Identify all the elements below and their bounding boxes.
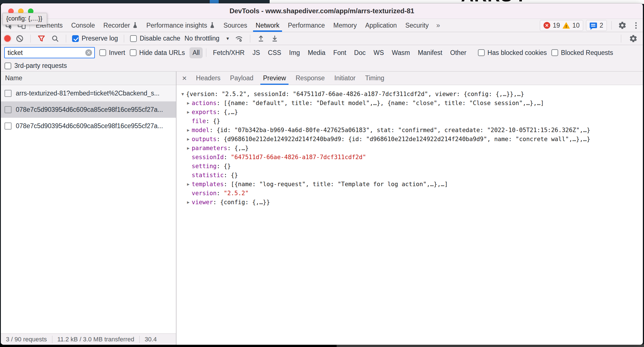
invert-checkbox[interactable] bbox=[99, 49, 106, 56]
filter-type-manifest[interactable]: Manifest bbox=[415, 47, 445, 58]
tab-performance-insights[interactable]: Performance insights bbox=[142, 19, 219, 32]
issues-button[interactable]: 2 bbox=[586, 20, 607, 31]
network-conditions-button[interactable] bbox=[234, 34, 244, 43]
tab-memory[interactable]: Memory bbox=[329, 19, 361, 32]
filter-type-font[interactable]: Font bbox=[330, 47, 349, 58]
json-line: ▶outputs: {d968610e212de124922d214f240ba… bbox=[179, 135, 641, 144]
has-blocked-cookies-control[interactable]: Has blocked cookies bbox=[478, 49, 547, 57]
json-key: viewer bbox=[192, 199, 213, 206]
disclosure-triangle-icon[interactable]: ▶ bbox=[185, 126, 192, 135]
json-preview-tree: ▼{version: "2.5.2", sessionId: "647511d7… bbox=[176, 85, 643, 345]
json-key: exports bbox=[192, 109, 217, 115]
close-detail-button[interactable]: × bbox=[178, 72, 191, 85]
tab-sources[interactable]: Sources bbox=[219, 19, 251, 32]
detail-tab-initiator[interactable]: Initiator bbox=[330, 72, 360, 85]
request-list-panel: Name arrs-texturized-81?embed=ticket%2Cb… bbox=[1, 72, 176, 345]
filter-type-css[interactable]: CSS bbox=[265, 47, 284, 58]
name-column-header[interactable]: Name bbox=[1, 72, 176, 85]
disclosure-triangle-icon[interactable]: ▶ bbox=[185, 99, 192, 108]
filter-type-media[interactable]: Media bbox=[305, 47, 328, 58]
more-tabs-button[interactable]: » bbox=[433, 19, 443, 32]
tab-network[interactable]: Network bbox=[251, 19, 283, 32]
export-har-button[interactable] bbox=[270, 35, 279, 43]
detail-tab-preview[interactable]: Preview bbox=[258, 72, 291, 85]
filter-type-js[interactable]: JS bbox=[249, 47, 263, 58]
invert-control[interactable]: Invert bbox=[99, 49, 125, 57]
record-network-log-button[interactable] bbox=[4, 35, 11, 42]
disclosure-triangle-icon[interactable]: ▶ bbox=[185, 135, 192, 144]
detail-tab-timing[interactable]: Timing bbox=[360, 72, 389, 85]
tab-security[interactable]: Security bbox=[401, 19, 433, 32]
clear-filter-icon[interactable]: ✕ bbox=[85, 49, 92, 56]
network-settings-button[interactable] bbox=[627, 34, 639, 43]
json-text: : {,…} bbox=[217, 109, 238, 115]
tab-label: Performance insights bbox=[146, 22, 207, 29]
disclosure-triangle-icon[interactable]: ▶ bbox=[185, 108, 192, 117]
json-line: statistic: {} bbox=[179, 171, 641, 180]
filter-type-all[interactable]: All bbox=[189, 47, 203, 58]
preserve-log-label: Preserve log bbox=[82, 35, 118, 42]
json-key: model bbox=[192, 127, 209, 134]
filter-toggle-button[interactable] bbox=[37, 35, 46, 43]
request-row[interactable]: 078e7c5d903954d6c609ca85ce98f16ce955cf27… bbox=[1, 118, 176, 134]
tab-console[interactable]: Console bbox=[67, 19, 99, 32]
json-text: : {,…} bbox=[227, 145, 249, 152]
request-checkbox[interactable] bbox=[5, 123, 12, 130]
search-network-button[interactable] bbox=[50, 35, 60, 43]
detail-tab-payload[interactable]: Payload bbox=[225, 72, 258, 85]
request-name: 078e7c5d903954d6c609ca85ce98f16ce955cf27… bbox=[16, 106, 163, 114]
filter-type-img[interactable]: Img bbox=[286, 47, 303, 58]
json-text: : {id: "07b342ba-b969-4a6d-80fe-427625a0… bbox=[209, 127, 590, 134]
request-checkbox[interactable] bbox=[5, 106, 12, 113]
has-blocked-cookies-label: Has blocked cookies bbox=[488, 49, 547, 57]
detail-tab-headers[interactable]: Headers bbox=[191, 72, 225, 85]
json-key: sessionId bbox=[192, 154, 224, 161]
gear-icon bbox=[629, 34, 638, 43]
json-line: sessionId: "647511d7-66ae-4826-a187-7dcf… bbox=[179, 153, 641, 162]
import-har-button[interactable] bbox=[256, 35, 266, 43]
window-titlebar[interactable]: DevTools - www.shapediver.com/app/m/arrs… bbox=[1, 3, 643, 19]
network-filter-row: ✕ Invert Hide data URLs AllFetch/XHRJSCS… bbox=[1, 45, 643, 60]
filter-type-other[interactable]: Other bbox=[447, 47, 469, 58]
filter-type-wasm[interactable]: Wasm bbox=[389, 47, 413, 58]
console-errors-warnings-button[interactable]: ✕ 19 ! 10 bbox=[540, 20, 583, 31]
request-row[interactable]: arrs-texturized-81?embed=ticket%2Cbacken… bbox=[1, 85, 176, 101]
filter-input-box[interactable]: ✕ bbox=[4, 47, 95, 58]
has-blocked-cookies-checkbox[interactable] bbox=[478, 49, 485, 56]
throttling-select[interactable]: No throttling ▼ bbox=[185, 35, 230, 42]
json-line: file: {} bbox=[179, 117, 641, 126]
disable-cache-checkbox[interactable] bbox=[130, 35, 137, 42]
tab-label: Application bbox=[365, 22, 397, 29]
filter-type-fetch-xhr[interactable]: Fetch/XHR bbox=[210, 47, 247, 58]
third-party-checkbox[interactable] bbox=[5, 63, 11, 69]
detail-tab-response[interactable]: Response bbox=[291, 72, 330, 85]
tab-recorder[interactable]: Recorder bbox=[99, 19, 142, 32]
disclosure-triangle-icon[interactable]: ▶ bbox=[185, 180, 192, 189]
disclosure-triangle-icon[interactable]: ▶ bbox=[185, 198, 192, 207]
request-name: arrs-texturized-81?embed=ticket%2Cbacken… bbox=[16, 90, 160, 97]
disclosure-triangle-icon[interactable]: ▶ bbox=[185, 144, 192, 153]
json-line: ▶exports: {,…} bbox=[179, 108, 641, 117]
preserve-log-checkbox[interactable] bbox=[72, 35, 79, 42]
customize-devtools-button[interactable] bbox=[631, 22, 641, 29]
hide-data-urls-checkbox[interactable] bbox=[130, 49, 137, 56]
devtools-settings-button[interactable] bbox=[616, 21, 629, 30]
preserve-log-control[interactable]: Preserve log bbox=[72, 35, 118, 42]
filter-type-ws[interactable]: WS bbox=[370, 47, 387, 58]
disable-cache-control[interactable]: Disable cache bbox=[130, 35, 180, 42]
request-checkbox[interactable] bbox=[5, 90, 12, 97]
tab-label: Security bbox=[405, 22, 429, 29]
json-text: : {d968610e212de124922d214f240ba9d9: {id… bbox=[217, 136, 591, 143]
blocked-requests-control[interactable]: Blocked Requests bbox=[551, 49, 613, 57]
request-row[interactable]: 078e7c5d903954d6c609ca85ce98f16ce955cf27… bbox=[1, 101, 176, 118]
hide-data-urls-control[interactable]: Hide data URLs bbox=[130, 49, 185, 57]
blocked-requests-checkbox[interactable] bbox=[551, 49, 558, 56]
disclosure-triangle-icon[interactable]: ▼ bbox=[179, 90, 186, 99]
tab-performance[interactable]: Performance bbox=[284, 19, 329, 32]
tab-label: Sources bbox=[223, 22, 247, 29]
filter-input[interactable] bbox=[5, 49, 81, 57]
clear-network-log-button[interactable] bbox=[15, 35, 24, 43]
tab-application[interactable]: Application bbox=[361, 19, 401, 32]
flask-icon bbox=[132, 22, 138, 28]
filter-type-doc[interactable]: Doc bbox=[351, 47, 369, 58]
